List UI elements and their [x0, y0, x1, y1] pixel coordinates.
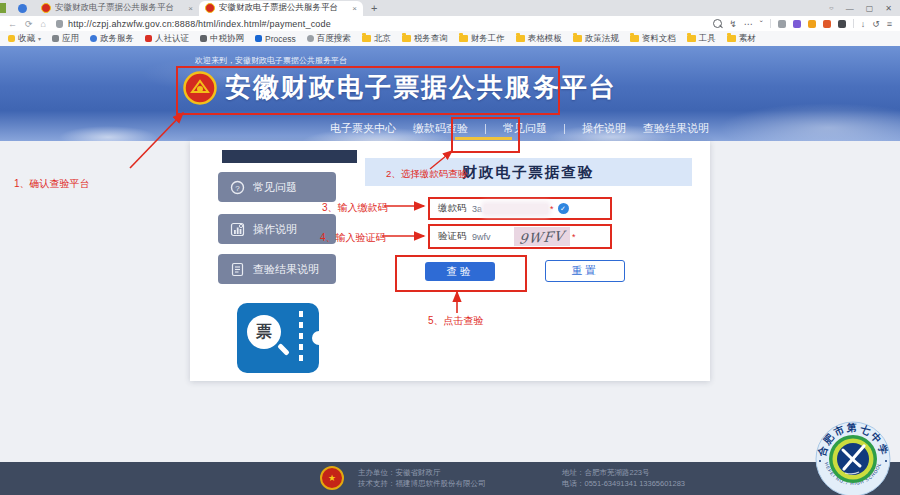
question-icon: ?	[230, 180, 245, 195]
browser-logo-icon[interactable]	[18, 4, 27, 13]
chart-gear-icon	[230, 222, 245, 237]
sidebar-header-bar	[222, 150, 357, 163]
browser-tab-2-active[interactable]: 安徽财政电子票据公共服务平台 ×	[199, 1, 363, 16]
folder-icon	[362, 35, 371, 42]
sidebar-item-result-help[interactable]: 查验结果说明	[218, 254, 336, 284]
screen: 安徽财政电子票据公共服务平台 × 安徽财政电子票据公共服务平台 × + ⌔ — …	[0, 0, 900, 495]
bookmark-folder[interactable]: 北京	[362, 33, 391, 45]
bookmark-item[interactable]: 百度搜索	[307, 33, 351, 45]
menu-icon[interactable]: ≡	[887, 19, 892, 29]
bookmark-item[interactable]: 政务服务	[90, 33, 134, 45]
footer-address: 地址：合肥市芜湖路223号	[562, 467, 685, 478]
divider	[485, 124, 486, 134]
tab-title: 安徽财政电子票据公共服务平台	[219, 2, 348, 14]
favicon-icon	[307, 35, 314, 42]
tab-search-icon[interactable]: ⌔	[829, 3, 834, 13]
payment-code-input[interactable]: 3a	[472, 204, 482, 214]
bookmark-item[interactable]: 人社认证	[145, 33, 189, 45]
favicon-icon	[255, 35, 262, 42]
captcha-row: 验证码 9wfv 9WFV *	[428, 224, 612, 249]
site-info-icon[interactable]	[56, 20, 63, 28]
bookmark-folder[interactable]: 表格模板	[516, 33, 562, 45]
new-tab-button[interactable]: +	[371, 2, 377, 14]
extension-icon[interactable]	[823, 20, 831, 28]
ticket-notch	[312, 331, 326, 345]
minimize-button[interactable]: —	[846, 4, 854, 13]
extension-icon[interactable]	[808, 20, 816, 28]
page-footer: ★ 主办单位：安徽省财政厅 技术支持：福建博思软件股份有限公司 地址：合肥市芜湖…	[0, 462, 900, 495]
form-title: 财政电子票据查验	[463, 163, 595, 182]
check-button[interactable]: 查验	[425, 262, 495, 281]
annotation-step5: 5、点击查验	[428, 314, 484, 328]
bookmark-folder[interactable]: 政策法规	[573, 33, 619, 45]
annotation-step1: 1、确认查验平台	[14, 177, 90, 191]
home-icon[interactable]: ⌂	[41, 19, 46, 29]
sidebar-item-label: 常见问题	[253, 180, 297, 195]
folder-icon	[459, 35, 468, 42]
browser-tabstrip: 安徽财政电子票据公共服务平台 × 安徽财政电子票据公共服务平台 × + ⌔ — …	[0, 0, 900, 16]
browser-tab-1[interactable]: 安徽财政电子票据公共服务平台 ×	[35, 1, 199, 16]
bookmark-folder[interactable]: 素材	[727, 33, 756, 45]
captcha-image[interactable]: 9WFV	[514, 227, 570, 246]
bookmark-folder[interactable]: 工具	[687, 33, 716, 45]
bookmark-folder[interactable]: 资料文档	[630, 33, 676, 45]
site-favicon	[205, 3, 215, 13]
url-text[interactable]: http://czpj.ahzwfw.gov.cn:8888/html/inde…	[68, 19, 331, 29]
folder-icon	[630, 35, 639, 42]
required-asterisk: *	[572, 232, 576, 242]
close-window-button[interactable]: ✕	[885, 4, 892, 13]
more-icon[interactable]: ⋯	[744, 19, 753, 29]
annotation-step2: 2、选择缴款码查验	[386, 168, 467, 181]
extension-icon[interactable]	[778, 20, 786, 28]
grid-icon	[52, 35, 59, 42]
bookmark-item[interactable]: 中税协网	[200, 33, 244, 45]
chevron-down-icon[interactable]: ˇ	[760, 19, 763, 29]
folder-icon	[687, 35, 696, 42]
tab-close-icon[interactable]: ×	[188, 4, 193, 13]
nav-item-faq[interactable]: 常见问题	[503, 121, 547, 136]
site-logo-icon	[183, 71, 217, 105]
divider	[564, 124, 565, 134]
bookmarks-bar: 收藏▾ 应用 政务服务 人社认证 中税协网 Process 百度搜索 北京 税务…	[0, 31, 900, 47]
site-favicon	[41, 3, 51, 13]
national-emblem-icon: ★	[320, 466, 344, 490]
tab-title: 安徽财政电子票据公共服务平台	[55, 2, 184, 14]
annotation-step3: 3、输入缴款码	[322, 201, 388, 215]
active-nav-underline	[455, 137, 512, 140]
bookmark-item[interactable]: Process	[255, 34, 296, 44]
restore-button[interactable]: ▢	[866, 4, 874, 13]
back-icon[interactable]: ←	[8, 19, 17, 29]
favicon-icon	[145, 35, 152, 42]
window-controls: ⌔ — ▢ ✕	[829, 3, 900, 13]
download-icon[interactable]: ↓	[861, 19, 866, 29]
annotation-step4: 4、输入验证码	[320, 231, 386, 245]
globe-icon	[90, 35, 97, 42]
verified-check-icon[interactable]: ✓	[558, 203, 569, 214]
redacted-value	[484, 204, 548, 214]
refresh-icon[interactable]: ⟳	[25, 19, 33, 29]
bookmark-folder[interactable]: 税务查询	[402, 33, 448, 45]
captcha-input[interactable]: 9wfv	[472, 232, 506, 242]
tab-close-icon[interactable]: ×	[352, 4, 357, 13]
nav-item-payment-code-check[interactable]: 缴款码查验	[413, 121, 468, 136]
bookmark-folder[interactable]: 财务工作	[459, 33, 505, 45]
payment-code-label: 缴款码	[438, 202, 472, 215]
nav-item-result-help[interactable]: 查验结果说明	[643, 121, 709, 136]
site-title: 安徽财政电子票据公共服务平台	[225, 70, 617, 105]
captcha-label: 验证码	[438, 230, 472, 243]
nav-item-ebill-wallet[interactable]: 电子票夹中心	[330, 121, 396, 136]
nav-item-manual[interactable]: 操作说明	[582, 121, 626, 136]
search-icon[interactable]	[713, 19, 722, 28]
main-nav: 电子票夹中心 缴款码查验 常见问题 操作说明 查验结果说明	[330, 121, 709, 136]
bookmark-item[interactable]: 应用	[52, 33, 79, 45]
bolt-icon[interactable]: ↯	[729, 19, 737, 29]
sidebar-item-manual[interactable]: 操作说明	[218, 214, 336, 244]
extension-icon[interactable]	[838, 20, 846, 28]
undo-icon[interactable]: ↺	[872, 19, 880, 29]
sidebar-item-faq[interactable]: ? 常见问题	[218, 172, 336, 202]
sidebar-item-label: 操作说明	[253, 222, 297, 237]
bookmark-item[interactable]: 收藏▾	[8, 33, 41, 45]
desktop-sliver	[0, 3, 6, 13]
reset-button[interactable]: 重置	[545, 260, 625, 282]
extension-icon[interactable]	[793, 20, 801, 28]
